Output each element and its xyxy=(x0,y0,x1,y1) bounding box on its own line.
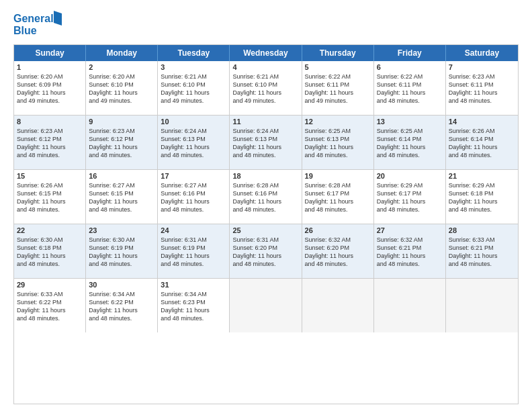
day-number: 1 xyxy=(17,63,83,71)
day-number: 4 xyxy=(232,63,298,71)
cell-text: Sunrise: 6:24 AMSunset: 6:13 PMDaylight:… xyxy=(232,127,298,160)
weekday-header: Tuesday xyxy=(158,45,230,61)
cell-text: Sunrise: 6:22 AMSunset: 6:11 PMDaylight:… xyxy=(377,73,443,105)
cell-text: Sunrise: 6:20 AMSunset: 6:09 PMDaylight:… xyxy=(17,73,83,105)
cell-text: Sunrise: 6:29 AMSunset: 6:18 PMDaylight:… xyxy=(449,181,515,214)
weekday-header: Thursday xyxy=(302,45,374,61)
weekday-header: Monday xyxy=(86,45,158,61)
cell-text: Sunrise: 6:27 AMSunset: 6:16 PMDaylight:… xyxy=(161,181,226,214)
cell-text: Sunrise: 6:33 AMSunset: 6:21 PMDaylight:… xyxy=(449,236,515,269)
calendar-cell: 25Sunrise: 6:31 AMSunset: 6:20 PMDayligh… xyxy=(230,224,302,278)
cell-text: Sunrise: 6:24 AMSunset: 6:13 PMDaylight:… xyxy=(161,127,226,160)
weekday-header: Sunday xyxy=(14,45,86,61)
day-number: 29 xyxy=(17,281,83,289)
cell-text: Sunrise: 6:23 AMSunset: 6:11 PMDaylight:… xyxy=(449,73,515,105)
day-number: 17 xyxy=(161,172,226,180)
calendar-row: 15Sunrise: 6:26 AMSunset: 6:15 PMDayligh… xyxy=(14,170,518,224)
calendar-cell: 5Sunrise: 6:22 AMSunset: 6:11 PMDaylight… xyxy=(302,61,374,115)
calendar-cell: 8Sunrise: 6:23 AMSunset: 6:12 PMDaylight… xyxy=(14,116,86,169)
day-number: 6 xyxy=(377,63,443,71)
weekday-header: Wednesday xyxy=(230,45,302,61)
calendar-row: 1Sunrise: 6:20 AMSunset: 6:09 PMDaylight… xyxy=(14,61,518,116)
day-number: 9 xyxy=(89,118,154,126)
calendar-cell: 1Sunrise: 6:20 AMSunset: 6:09 PMDaylight… xyxy=(14,61,86,115)
calendar-cell: 11Sunrise: 6:24 AMSunset: 6:13 PMDayligh… xyxy=(230,116,302,169)
calendar-cell: 18Sunrise: 6:28 AMSunset: 6:16 PMDayligh… xyxy=(230,170,302,224)
calendar-cell: 3Sunrise: 6:21 AMSunset: 6:10 PMDaylight… xyxy=(158,61,230,115)
calendar: SundayMondayTuesdayWednesdayThursdayFrid… xyxy=(13,44,519,404)
calendar-row: 22Sunrise: 6:30 AMSunset: 6:18 PMDayligh… xyxy=(14,224,518,279)
cell-text: Sunrise: 6:27 AMSunset: 6:15 PMDaylight:… xyxy=(89,181,154,214)
day-number: 8 xyxy=(17,118,83,126)
weekday-header: Friday xyxy=(374,45,446,61)
calendar-cell: 9Sunrise: 6:23 AMSunset: 6:12 PMDaylight… xyxy=(86,116,158,169)
cell-text: Sunrise: 6:25 AMSunset: 6:14 PMDaylight:… xyxy=(377,127,443,160)
cell-text: Sunrise: 6:21 AMSunset: 6:10 PMDaylight:… xyxy=(161,73,226,105)
calendar-cell: 4Sunrise: 6:21 AMSunset: 6:10 PMDaylight… xyxy=(230,61,302,115)
calendar-cell: 7Sunrise: 6:23 AMSunset: 6:11 PMDaylight… xyxy=(446,61,518,115)
cell-text: Sunrise: 6:34 AMSunset: 6:23 PMDaylight:… xyxy=(161,290,226,323)
cell-text: Sunrise: 6:22 AMSunset: 6:11 PMDaylight:… xyxy=(305,73,371,105)
calendar-cell: 20Sunrise: 6:29 AMSunset: 6:17 PMDayligh… xyxy=(374,170,446,224)
calendar-cell: 27Sunrise: 6:32 AMSunset: 6:21 PMDayligh… xyxy=(374,224,446,278)
cell-text: Sunrise: 6:29 AMSunset: 6:17 PMDaylight:… xyxy=(377,181,443,214)
cell-text: Sunrise: 6:32 AMSunset: 6:21 PMDaylight:… xyxy=(377,236,443,269)
calendar-cell xyxy=(446,279,518,332)
calendar-cell: 31Sunrise: 6:34 AMSunset: 6:23 PMDayligh… xyxy=(158,279,230,332)
calendar-cell: 21Sunrise: 6:29 AMSunset: 6:18 PMDayligh… xyxy=(446,170,518,224)
day-number: 10 xyxy=(161,118,226,126)
calendar-body: 1Sunrise: 6:20 AMSunset: 6:09 PMDaylight… xyxy=(14,61,518,332)
calendar-cell: 26Sunrise: 6:32 AMSunset: 6:20 PMDayligh… xyxy=(302,224,374,278)
calendar-cell: 2Sunrise: 6:20 AMSunset: 6:10 PMDaylight… xyxy=(86,61,158,115)
cell-text: Sunrise: 6:33 AMSunset: 6:22 PMDaylight:… xyxy=(17,290,83,323)
cell-text: Sunrise: 6:21 AMSunset: 6:10 PMDaylight:… xyxy=(232,73,298,105)
calendar-cell: 17Sunrise: 6:27 AMSunset: 6:16 PMDayligh… xyxy=(158,170,230,224)
calendar-cell: 29Sunrise: 6:33 AMSunset: 6:22 PMDayligh… xyxy=(14,279,86,332)
svg-text:General: General xyxy=(13,13,54,24)
logo: GeneralBlue xyxy=(13,11,62,38)
calendar-cell: 14Sunrise: 6:26 AMSunset: 6:14 PMDayligh… xyxy=(446,116,518,169)
day-number: 16 xyxy=(89,172,154,180)
day-number: 28 xyxy=(449,226,515,234)
calendar-cell: 15Sunrise: 6:26 AMSunset: 6:15 PMDayligh… xyxy=(14,170,86,224)
svg-marker-2 xyxy=(54,11,62,26)
day-number: 23 xyxy=(89,226,154,234)
cell-text: Sunrise: 6:34 AMSunset: 6:22 PMDaylight:… xyxy=(89,290,154,323)
day-number: 15 xyxy=(17,172,83,180)
day-number: 2 xyxy=(89,63,154,71)
calendar-cell: 12Sunrise: 6:25 AMSunset: 6:13 PMDayligh… xyxy=(302,116,374,169)
day-number: 25 xyxy=(232,226,298,234)
cell-text: Sunrise: 6:23 AMSunset: 6:12 PMDaylight:… xyxy=(17,127,83,160)
logo-svg: GeneralBlue xyxy=(13,11,62,38)
cell-text: Sunrise: 6:30 AMSunset: 6:18 PMDaylight:… xyxy=(17,236,83,269)
day-number: 13 xyxy=(377,118,443,126)
calendar-cell xyxy=(302,279,374,332)
cell-text: Sunrise: 6:31 AMSunset: 6:20 PMDaylight:… xyxy=(232,236,298,269)
day-number: 7 xyxy=(449,63,515,71)
calendar-cell: 6Sunrise: 6:22 AMSunset: 6:11 PMDaylight… xyxy=(374,61,446,115)
day-number: 22 xyxy=(17,226,83,234)
calendar-cell: 16Sunrise: 6:27 AMSunset: 6:15 PMDayligh… xyxy=(86,170,158,224)
calendar-row: 8Sunrise: 6:23 AMSunset: 6:12 PMDaylight… xyxy=(14,116,518,170)
calendar-cell: 13Sunrise: 6:25 AMSunset: 6:14 PMDayligh… xyxy=(374,116,446,169)
day-number: 19 xyxy=(305,172,371,180)
day-number: 26 xyxy=(305,226,371,234)
cell-text: Sunrise: 6:23 AMSunset: 6:12 PMDaylight:… xyxy=(89,127,154,160)
calendar-cell: 10Sunrise: 6:24 AMSunset: 6:13 PMDayligh… xyxy=(158,116,230,169)
day-number: 21 xyxy=(449,172,515,180)
day-number: 24 xyxy=(161,226,226,234)
day-number: 18 xyxy=(232,172,298,180)
calendar-cell xyxy=(374,279,446,332)
day-number: 3 xyxy=(161,63,226,71)
day-number: 14 xyxy=(449,118,515,126)
day-number: 20 xyxy=(377,172,443,180)
calendar-cell: 30Sunrise: 6:34 AMSunset: 6:22 PMDayligh… xyxy=(86,279,158,332)
day-number: 30 xyxy=(89,281,154,289)
cell-text: Sunrise: 6:30 AMSunset: 6:19 PMDaylight:… xyxy=(89,236,154,269)
day-number: 27 xyxy=(377,226,443,234)
calendar-header: SundayMondayTuesdayWednesdayThursdayFrid… xyxy=(14,45,518,61)
day-number: 11 xyxy=(232,118,298,126)
calendar-cell: 19Sunrise: 6:28 AMSunset: 6:17 PMDayligh… xyxy=(302,170,374,224)
day-number: 12 xyxy=(305,118,371,126)
weekday-header: Saturday xyxy=(446,45,518,61)
